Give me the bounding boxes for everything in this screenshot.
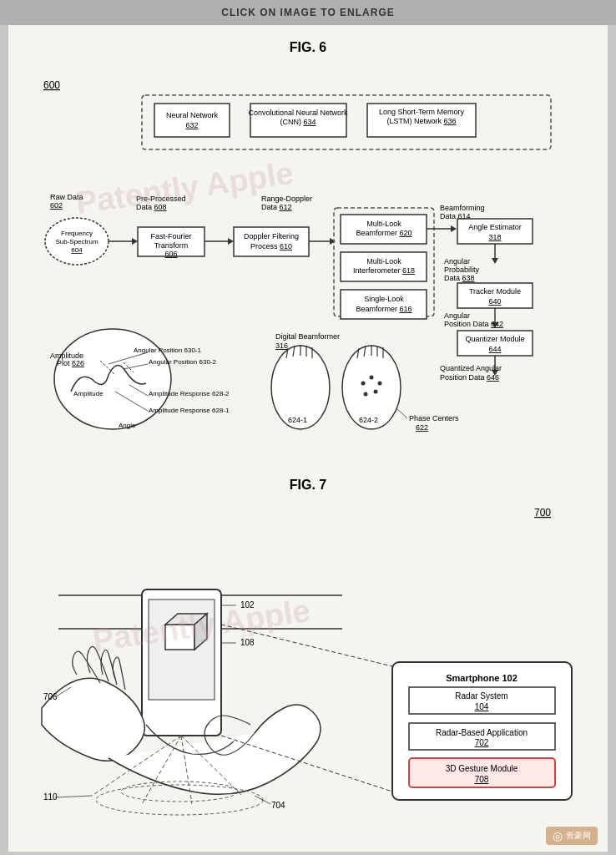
svg-text:Quantized Angular: Quantized Angular [440,364,502,372]
svg-text:Process 610: Process 610 [250,242,292,250]
svg-text:702: 702 [475,738,489,747]
svg-text:Position Data 646: Position Data 646 [440,373,499,382]
fig7-diagram: 700 102 108 [25,499,593,817]
svg-text:644: 644 [488,345,501,353]
svg-text:606: 606 [164,250,177,258]
svg-marker-53 [492,258,498,264]
svg-text:Amplitude: Amplitude [73,390,104,397]
svg-text:624-1: 624-1 [288,416,307,424]
svg-text:Range-Doppler: Range-Doppler [261,195,312,203]
svg-text:Doppler Filtering: Doppler Filtering [244,232,299,240]
svg-text:104: 104 [475,702,489,711]
svg-marker-48 [451,225,457,232]
svg-point-97 [374,390,378,394]
logo-icon: ◎ [553,829,563,842]
main-content: FIG. 6 Patently Apple 600 Neural Network… [8,25,608,852]
fig6-title: FIG. 6 [25,40,591,55]
svg-text:Radar System: Radar System [455,691,507,701]
bottom-logo: ◎ 青豪网 [546,827,598,845]
svg-point-71 [54,329,171,429]
svg-text:Amplitude Response 628-1: Amplitude Response 628-1 [149,407,230,414]
svg-marker-25 [228,238,234,245]
svg-text:622: 622 [416,423,428,432]
svg-line-131 [55,796,92,797]
svg-text:Digital Beamformer: Digital Beamformer [275,332,340,341]
svg-point-96 [378,382,382,386]
fig6-container: Patently Apple 600 Neural Network 632 Co… [25,62,593,463]
svg-text:Phase Centers: Phase Centers [409,414,459,422]
svg-text:Data 638: Data 638 [444,274,475,282]
svg-text:Beamformer 620: Beamformer 620 [356,229,412,237]
svg-text:Transform: Transform [154,241,189,250]
fig6-diagram: 600 Neural Network 632 Convolutional Neu… [25,62,593,463]
svg-marker-32 [330,238,336,245]
svg-text:704: 704 [271,801,285,810]
svg-text:110: 110 [43,792,58,802]
svg-text:Interferometer 618: Interferometer 618 [353,266,415,275]
svg-text:Angular: Angular [444,311,470,320]
svg-text:Angle: Angle [119,422,136,429]
svg-text:Single-Look: Single-Look [364,295,404,303]
svg-text:Pre-Processed: Pre-Processed [136,195,186,203]
svg-text:Position Data 642: Position Data 642 [444,320,503,328]
svg-text:(CNN) 634: (CNN) 634 [280,118,316,126]
svg-text:Angle Estimator: Angle Estimator [468,223,522,231]
svg-text:318: 318 [488,233,501,241]
ref-600: 600 [43,79,60,91]
svg-point-94 [361,382,366,386]
svg-text:Angular Position 630-1: Angular Position 630-1 [134,347,201,354]
svg-line-107 [396,408,407,418]
svg-text:Beamformer 616: Beamformer 616 [356,305,412,313]
svg-text:Multi-Look: Multi-Look [366,257,401,266]
svg-text:Quantizer Module: Quantizer Module [465,335,524,343]
svg-text:Sub-Spectrum: Sub-Spectrum [55,238,98,245]
topbar-label: CLICK ON IMAGE TO ENLARGE [221,7,394,18]
fig7-title: FIG. 7 [25,478,591,493]
svg-marker-17 [132,238,138,245]
svg-text:Plot 626: Plot 626 [57,359,84,367]
svg-text:Raw Data: Raw Data [50,193,83,201]
svg-line-129 [255,796,270,804]
svg-text:Long Short-Term Memory: Long Short-Term Memory [379,108,465,116]
svg-point-98 [364,392,368,397]
svg-text:Data 612: Data 612 [261,203,292,211]
svg-text:Beamforming: Beamforming [440,204,485,212]
svg-text:602: 602 [50,201,63,210]
svg-text:Radar-Based Application: Radar-Based Application [436,728,528,737]
svg-text:316: 316 [275,341,288,350]
svg-text:Angular: Angular [444,257,470,266]
svg-text:700: 700 [534,507,551,519]
svg-text:Data 608: Data 608 [136,203,167,211]
svg-text:624-2: 624-2 [359,416,378,424]
svg-text:604: 604 [71,246,83,254]
svg-text:708: 708 [475,775,489,784]
logo-text: 青豪网 [566,830,591,842]
svg-text:Fast-Fourier: Fast-Fourier [150,232,191,240]
svg-text:Neural Network: Neural Network [166,111,219,119]
svg-rect-113 [165,625,194,650]
svg-text:102: 102 [240,600,255,610]
svg-text:Angular Position 630-2: Angular Position 630-2 [149,358,216,366]
svg-text:Tracker Module: Tracker Module [469,287,521,296]
svg-text:632: 632 [185,121,198,129]
svg-point-95 [370,376,374,380]
svg-text:Probability: Probability [444,266,480,274]
svg-text:Smartphone 102: Smartphone 102 [446,673,518,683]
svg-text:(LSTM) Network 636: (LSTM) Network 636 [386,117,456,125]
svg-rect-1 [154,104,230,137]
svg-text:Amplitude Response 628-2: Amplitude Response 628-2 [149,390,230,397]
svg-text:Frequency: Frequency [61,230,93,237]
top-bar: CLICK ON IMAGE TO ENLARGE [0,0,616,25]
svg-text:Multi-Look: Multi-Look [366,220,401,228]
svg-text:108: 108 [240,638,255,647]
svg-text:Convolutional Neural Network: Convolutional Neural Network [248,109,348,117]
svg-text:3D Gesture Module: 3D Gesture Module [446,764,518,773]
fig7-container: Patently Apple 700 102 108 [25,499,593,817]
svg-text:640: 640 [488,297,501,306]
